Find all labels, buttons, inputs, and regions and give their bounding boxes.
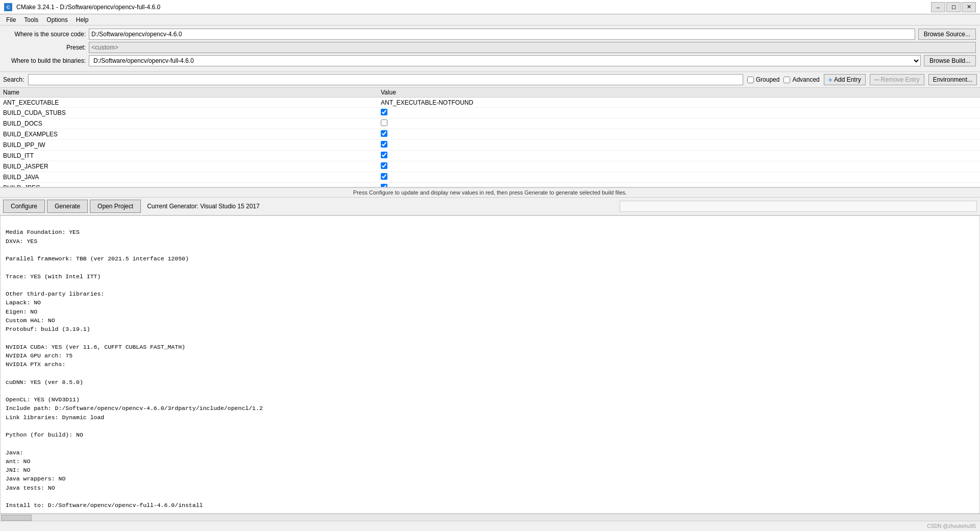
source-input[interactable] <box>89 29 915 40</box>
table-row[interactable]: ANT_EXECUTABLEANT_EXECUTABLE-NOTFOUND <box>0 98 980 108</box>
generator-label: Current Generator: Visual Studio 15 2017 <box>147 203 260 210</box>
log-line <box>6 333 974 342</box>
row-checkbox[interactable] <box>381 109 387 115</box>
app-title: CMake 3.24.1 - D:/Software/opencv/opencv… <box>16 4 160 11</box>
status-text: Press Configure to update and display ne… <box>353 189 627 196</box>
table-cell-name: BUILD_JPEG <box>0 183 378 188</box>
button-row: Configure Generate Open Project Current … <box>0 198 980 215</box>
build-select[interactable]: D:/Software/opencv/opencv-full-4.6.0 <box>89 55 921 66</box>
col-value-header: Value <box>378 88 980 98</box>
title-bar: C CMake 3.24.1 - D:/Software/opencv/open… <box>0 0 980 14</box>
log-line: Parallel framework: TBB (ver 2021.5 inte… <box>6 254 974 263</box>
grouped-checkbox-label[interactable]: Grouped <box>747 76 780 83</box>
log-line: Include path: D:/Software/opencv/opencv-… <box>6 404 974 413</box>
table-row[interactable]: BUILD_JASPER <box>0 161 980 172</box>
log-line: Java tests: NO <box>6 484 974 492</box>
table-row[interactable]: BUILD_JPEG <box>0 183 980 188</box>
table-cell-value[interactable] <box>378 161 980 172</box>
browse-source-button[interactable]: Browse Source... <box>918 29 976 40</box>
log-line: JNI: NO <box>6 466 974 474</box>
table-row[interactable]: BUILD_ITT <box>0 151 980 161</box>
table-cell-value[interactable] <box>378 129 980 140</box>
table-cell-value[interactable] <box>378 118 980 129</box>
log-line <box>6 246 974 254</box>
menu-tools[interactable]: Tools <box>20 15 42 25</box>
toolbar-row: Search: Grouped Advanced + Add Entry ─ R… <box>0 72 980 88</box>
row-checkbox[interactable] <box>381 130 387 137</box>
advanced-checkbox[interactable] <box>783 77 790 83</box>
close-button[interactable]: ✕ <box>962 2 976 12</box>
advanced-checkbox-label[interactable]: Advanced <box>783 76 819 83</box>
environment-button[interactable]: Environment... <box>928 74 977 85</box>
search-input[interactable] <box>28 74 743 85</box>
log-line: Custom HAL: NO <box>6 316 974 325</box>
row-checkbox[interactable] <box>381 141 387 148</box>
minimize-button[interactable]: – <box>931 2 945 12</box>
table-cell-name: BUILD_CUDA_STUBS <box>0 108 378 118</box>
source-row: Where is the source code: Browse Source.… <box>4 29 976 40</box>
log-line: Lapack: NO <box>6 298 974 307</box>
status-bar: Press Configure to update and display ne… <box>0 187 980 198</box>
row-checkbox[interactable] <box>381 173 387 180</box>
preset-input <box>89 42 976 53</box>
table-cell-name: BUILD_JASPER <box>0 161 378 172</box>
table-cell-value[interactable] <box>378 172 980 183</box>
log-line: OpenCL: YES (NVD3D11) <box>6 395 974 404</box>
menu-options[interactable]: Options <box>42 15 71 25</box>
log-line <box>6 387 974 395</box>
menu-file[interactable]: File <box>2 15 20 25</box>
table-cell-value[interactable] <box>378 183 980 188</box>
table-cell-name: ANT_EXECUTABLE <box>0 98 378 108</box>
table-cell-value[interactable] <box>378 108 980 118</box>
main-container: Where is the source code: Browse Source.… <box>0 26 980 531</box>
restore-button[interactable]: ◻ <box>946 2 961 12</box>
table-row[interactable]: BUILD_CUDA_STUBS <box>0 108 980 118</box>
log-line: ant: NO <box>6 457 974 466</box>
title-bar-controls: – ◻ ✕ <box>931 2 976 12</box>
log-line: Other third-party libraries: <box>6 289 974 298</box>
remove-entry-button[interactable]: ─ Remove Entry <box>870 74 924 85</box>
cmake-table: Name Value ANT_EXECUTABLEANT_EXECUTABLE-… <box>0 88 980 187</box>
watermark: CSDN @zhoukehu95 <box>927 523 976 529</box>
table-row[interactable]: BUILD_IPP_IW <box>0 140 980 151</box>
log-line: Trace: YES (with Intel ITT) <box>6 272 974 281</box>
horizontal-scrollbar[interactable] <box>0 514 980 521</box>
row-checkbox[interactable] <box>381 162 387 169</box>
build-row: Where to build the binaries: D:/Software… <box>4 55 976 66</box>
row-checkbox[interactable] <box>381 152 387 158</box>
log-line: Install to: D:/Software/opencv/opencv-fu… <box>6 501 974 510</box>
menubar: File Tools Options Help <box>0 14 980 26</box>
table-cell-value[interactable] <box>378 140 980 151</box>
log-line <box>6 439 974 448</box>
table-row[interactable]: BUILD_DOCS <box>0 118 980 129</box>
browse-build-button[interactable]: Browse Build... <box>924 55 976 66</box>
grouped-checkbox[interactable] <box>747 77 754 83</box>
log-line: ----------------------------------------… <box>6 510 974 514</box>
table-cell-name: BUILD_EXAMPLES <box>0 129 378 140</box>
table-cell-name: BUILD_IPP_IW <box>0 140 378 151</box>
table-cell-value[interactable] <box>378 151 980 161</box>
source-label: Where is the source code: <box>4 31 86 38</box>
log-line: Java: <box>6 448 974 457</box>
scrollbar-thumb[interactable] <box>1 515 32 521</box>
log-line: Media Foundation: YES <box>6 228 974 236</box>
row-checkbox[interactable] <box>381 119 387 126</box>
row-checkbox[interactable] <box>381 184 387 187</box>
bottom-bar <box>0 521 980 531</box>
output-input[interactable] <box>620 201 977 212</box>
log-line <box>6 263 974 272</box>
log-section: Media Foundation: YES DXVA: YES Parallel… <box>0 215 980 514</box>
log-line: Protobuf: build (3.19.1) <box>6 325 974 333</box>
menu-help[interactable]: Help <box>72 15 93 25</box>
configure-button[interactable]: Configure <box>3 200 45 213</box>
open-project-button[interactable]: Open Project <box>90 200 141 213</box>
table-row[interactable]: BUILD_JAVA <box>0 172 980 183</box>
add-entry-button[interactable]: + Add Entry <box>824 74 866 85</box>
table-row[interactable]: BUILD_EXAMPLES <box>0 129 980 140</box>
col-name-header: Name <box>0 88 378 98</box>
table-cell-value: ANT_EXECUTABLE-NOTFOUND <box>378 98 980 108</box>
generate-button[interactable]: Generate <box>47 200 88 213</box>
build-label: Where to build the binaries: <box>4 57 86 64</box>
top-section: Where is the source code: Browse Source.… <box>0 26 980 72</box>
table-cell-name: BUILD_ITT <box>0 151 378 161</box>
